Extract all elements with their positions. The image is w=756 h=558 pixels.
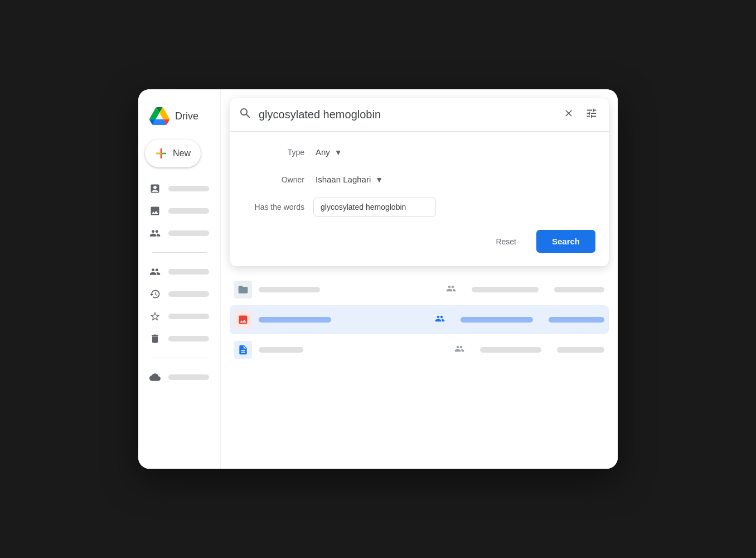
- sidebar-logo-label: Drive: [175, 110, 198, 122]
- reset-button[interactable]: Reset: [484, 232, 527, 252]
- file-name: [259, 317, 331, 323]
- table-row[interactable]: [230, 335, 609, 364]
- filter-words-label: Has the words: [243, 203, 304, 211]
- starred-icon: [149, 311, 161, 322]
- search-clear-button[interactable]: [561, 105, 576, 124]
- nav-label-bar: [168, 269, 209, 275]
- sidebar-item-trash[interactable]: [143, 329, 216, 349]
- sidebar-item-shared[interactable]: [143, 223, 216, 243]
- share-people-icon: [446, 283, 456, 296]
- sidebar: Drive New: [138, 89, 221, 469]
- trash-icon: [149, 333, 161, 344]
- filter-type-row: Type Any ▼: [243, 143, 595, 161]
- photos-icon: [149, 205, 161, 217]
- sidebar-item-photos[interactable]: [143, 201, 216, 221]
- file-col-2: [549, 317, 604, 323]
- image-icon: [234, 311, 252, 329]
- filter-type-label: Type: [243, 148, 304, 157]
- search-filters-button[interactable]: [583, 105, 600, 124]
- new-button-label: New: [173, 148, 191, 158]
- doc-icon: [234, 341, 252, 359]
- nav-label-bar: [168, 208, 209, 214]
- sidebar-item-starred[interactable]: [143, 306, 216, 326]
- file-col-2: [557, 347, 604, 353]
- shared-icon: [149, 228, 161, 239]
- file-col-1: [461, 317, 533, 323]
- nav-label-bar: [168, 230, 209, 236]
- new-button[interactable]: New: [145, 140, 201, 167]
- filter-type-value: Any: [316, 147, 330, 157]
- file-col-1: [480, 347, 541, 353]
- sidebar-item-my-drive[interactable]: [143, 179, 216, 199]
- sidebar-item-recent[interactable]: [143, 284, 216, 304]
- main-content: Type Any ▼ Owner Ishaan Laghari ▼ Has th…: [221, 89, 618, 469]
- sidebar-nav: [138, 179, 220, 387]
- file-name: [259, 347, 303, 353]
- filter-form: Type Any ▼ Owner Ishaan Laghari ▼ Has th…: [230, 132, 609, 266]
- filter-owner-select[interactable]: Ishaan Laghari ▼: [313, 170, 385, 189]
- people-icon: [149, 266, 161, 277]
- filter-actions: Reset Search: [243, 225, 595, 255]
- sidebar-item-storage[interactable]: [143, 367, 216, 387]
- folder-icon: [234, 281, 252, 299]
- my-drive-icon: [149, 183, 161, 194]
- app-window: Drive New: [138, 89, 618, 469]
- nav-label-bar: [168, 374, 209, 380]
- sidebar-divider: [152, 252, 207, 253]
- storage-icon: [149, 372, 161, 383]
- filter-type-select[interactable]: Any ▼: [313, 143, 345, 161]
- owner-dropdown-arrow: ▼: [375, 175, 383, 184]
- search-input[interactable]: [259, 108, 554, 121]
- search-icon: [239, 107, 252, 123]
- filter-owner-label: Owner: [243, 175, 304, 184]
- sidebar-item-people[interactable]: [143, 262, 216, 282]
- filter-words-row: Has the words: [243, 198, 595, 217]
- search-panel: Type Any ▼ Owner Ishaan Laghari ▼ Has th…: [230, 98, 609, 266]
- filter-owner-value: Ishaan Laghari: [316, 175, 371, 184]
- file-col-1: [472, 287, 539, 292]
- nav-label-bar: [168, 336, 209, 341]
- drive-logo-icon: [149, 106, 169, 126]
- file-name: [259, 287, 320, 292]
- nav-label-bar: [168, 314, 209, 319]
- sidebar-logo: Drive: [138, 100, 220, 140]
- sidebar-divider-2: [152, 358, 207, 358]
- recent-icon: [149, 288, 161, 300]
- plus-icon: [155, 147, 167, 160]
- table-row[interactable]: [230, 305, 609, 334]
- file-col-2: [554, 287, 604, 292]
- share-people-icon: [454, 344, 464, 356]
- search-bar: [230, 98, 609, 132]
- table-row[interactable]: [230, 275, 609, 304]
- search-button[interactable]: Search: [536, 230, 595, 253]
- share-people-icon: [435, 314, 445, 326]
- type-dropdown-arrow: ▼: [335, 148, 342, 157]
- filter-owner-row: Owner Ishaan Laghari ▼: [243, 170, 595, 189]
- nav-label-bar: [168, 186, 209, 191]
- filter-words-input[interactable]: [313, 198, 436, 217]
- nav-label-bar: [168, 291, 209, 297]
- file-list: [221, 275, 618, 469]
